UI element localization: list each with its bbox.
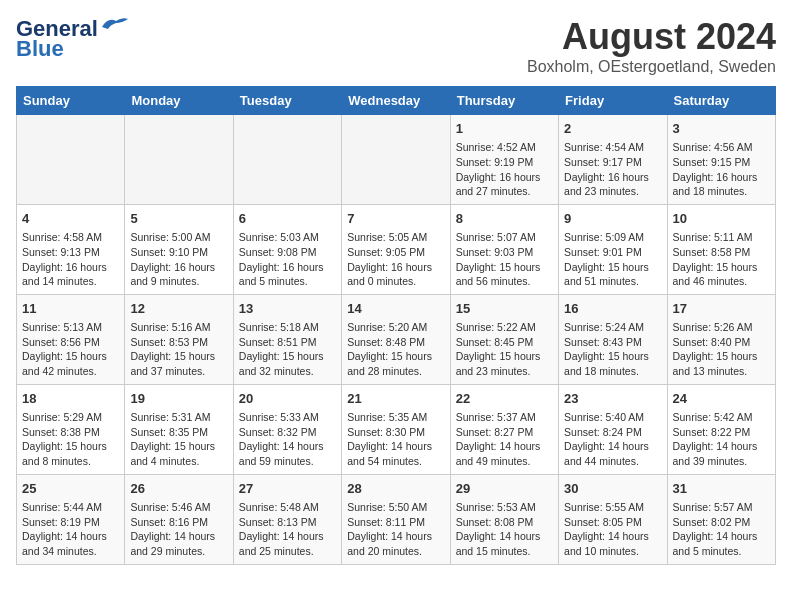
- day-info: Sunset: 8:16 PM: [130, 515, 227, 530]
- day-info: Sunrise: 5:03 AM: [239, 230, 336, 245]
- day-info: Sunset: 8:11 PM: [347, 515, 444, 530]
- calendar-week-row: 18Sunrise: 5:29 AMSunset: 8:38 PMDayligh…: [17, 384, 776, 474]
- header-day: Wednesday: [342, 87, 450, 115]
- day-info: Daylight: 15 hours and 32 minutes.: [239, 349, 336, 378]
- day-number: 17: [673, 300, 770, 318]
- header-day: Saturday: [667, 87, 775, 115]
- day-info: Sunrise: 5:42 AM: [673, 410, 770, 425]
- sub-title: Boxholm, OEstergoetland, Sweden: [527, 58, 776, 76]
- day-number: 25: [22, 480, 119, 498]
- day-info: Sunset: 8:27 PM: [456, 425, 553, 440]
- day-info: Daylight: 16 hours and 9 minutes.: [130, 260, 227, 289]
- day-info: Sunrise: 5:26 AM: [673, 320, 770, 335]
- day-number: 16: [564, 300, 661, 318]
- day-info: Sunrise: 5:05 AM: [347, 230, 444, 245]
- calendar-cell: [17, 115, 125, 205]
- day-number: 14: [347, 300, 444, 318]
- day-info: Sunrise: 4:52 AM: [456, 140, 553, 155]
- day-info: Daylight: 14 hours and 59 minutes.: [239, 439, 336, 468]
- day-info: Sunrise: 5:16 AM: [130, 320, 227, 335]
- day-number: 5: [130, 210, 227, 228]
- calendar-cell: 18Sunrise: 5:29 AMSunset: 8:38 PMDayligh…: [17, 384, 125, 474]
- day-info: Sunset: 8:35 PM: [130, 425, 227, 440]
- calendar-week-row: 11Sunrise: 5:13 AMSunset: 8:56 PMDayligh…: [17, 294, 776, 384]
- day-info: Daylight: 15 hours and 4 minutes.: [130, 439, 227, 468]
- main-title: August 2024: [527, 16, 776, 58]
- day-info: Sunrise: 5:46 AM: [130, 500, 227, 515]
- day-number: 24: [673, 390, 770, 408]
- day-info: Daylight: 14 hours and 29 minutes.: [130, 529, 227, 558]
- day-info: Sunset: 9:19 PM: [456, 155, 553, 170]
- day-info: Daylight: 14 hours and 10 minutes.: [564, 529, 661, 558]
- day-info: Sunset: 9:17 PM: [564, 155, 661, 170]
- day-info: Sunset: 9:03 PM: [456, 245, 553, 260]
- day-info: Daylight: 16 hours and 0 minutes.: [347, 260, 444, 289]
- day-info: Sunrise: 5:55 AM: [564, 500, 661, 515]
- calendar-cell: 3Sunrise: 4:56 AMSunset: 9:15 PMDaylight…: [667, 115, 775, 205]
- day-number: 8: [456, 210, 553, 228]
- calendar-cell: 31Sunrise: 5:57 AMSunset: 8:02 PMDayligh…: [667, 474, 775, 564]
- calendar-cell: 5Sunrise: 5:00 AMSunset: 9:10 PMDaylight…: [125, 204, 233, 294]
- day-info: Sunset: 8:30 PM: [347, 425, 444, 440]
- day-info: Daylight: 15 hours and 8 minutes.: [22, 439, 119, 468]
- calendar-cell: 14Sunrise: 5:20 AMSunset: 8:48 PMDayligh…: [342, 294, 450, 384]
- day-info: Daylight: 16 hours and 23 minutes.: [564, 170, 661, 199]
- day-info: Sunrise: 5:22 AM: [456, 320, 553, 335]
- calendar-cell: 9Sunrise: 5:09 AMSunset: 9:01 PMDaylight…: [559, 204, 667, 294]
- calendar-cell: 26Sunrise: 5:46 AMSunset: 8:16 PMDayligh…: [125, 474, 233, 564]
- day-number: 3: [673, 120, 770, 138]
- day-info: Sunrise: 5:18 AM: [239, 320, 336, 335]
- calendar-cell: 11Sunrise: 5:13 AMSunset: 8:56 PMDayligh…: [17, 294, 125, 384]
- day-info: Daylight: 15 hours and 28 minutes.: [347, 349, 444, 378]
- day-info: Sunset: 8:05 PM: [564, 515, 661, 530]
- day-info: Daylight: 15 hours and 37 minutes.: [130, 349, 227, 378]
- day-info: Sunrise: 5:57 AM: [673, 500, 770, 515]
- day-info: Sunset: 8:32 PM: [239, 425, 336, 440]
- day-info: Sunrise: 5:37 AM: [456, 410, 553, 425]
- day-info: Sunset: 8:40 PM: [673, 335, 770, 350]
- day-info: Daylight: 15 hours and 42 minutes.: [22, 349, 119, 378]
- day-info: Sunrise: 5:48 AM: [239, 500, 336, 515]
- day-info: Daylight: 14 hours and 39 minutes.: [673, 439, 770, 468]
- calendar-week-row: 25Sunrise: 5:44 AMSunset: 8:19 PMDayligh…: [17, 474, 776, 564]
- day-info: Sunrise: 4:56 AM: [673, 140, 770, 155]
- day-info: Sunset: 9:05 PM: [347, 245, 444, 260]
- day-info: Daylight: 16 hours and 18 minutes.: [673, 170, 770, 199]
- day-info: Sunrise: 5:09 AM: [564, 230, 661, 245]
- calendar-cell: 7Sunrise: 5:05 AMSunset: 9:05 PMDaylight…: [342, 204, 450, 294]
- day-info: Sunset: 8:22 PM: [673, 425, 770, 440]
- day-number: 6: [239, 210, 336, 228]
- calendar-cell: 28Sunrise: 5:50 AMSunset: 8:11 PMDayligh…: [342, 474, 450, 564]
- day-info: Sunset: 8:45 PM: [456, 335, 553, 350]
- day-number: 15: [456, 300, 553, 318]
- day-info: Sunrise: 5:44 AM: [22, 500, 119, 515]
- day-info: Sunrise: 5:11 AM: [673, 230, 770, 245]
- calendar-cell: 1Sunrise: 4:52 AMSunset: 9:19 PMDaylight…: [450, 115, 558, 205]
- day-info: Sunrise: 5:29 AM: [22, 410, 119, 425]
- calendar-table: SundayMondayTuesdayWednesdayThursdayFrid…: [16, 86, 776, 565]
- day-info: Sunrise: 4:54 AM: [564, 140, 661, 155]
- day-info: Sunset: 9:15 PM: [673, 155, 770, 170]
- day-number: 31: [673, 480, 770, 498]
- header-day: Sunday: [17, 87, 125, 115]
- day-number: 10: [673, 210, 770, 228]
- day-info: Daylight: 14 hours and 54 minutes.: [347, 439, 444, 468]
- calendar-cell: 29Sunrise: 5:53 AMSunset: 8:08 PMDayligh…: [450, 474, 558, 564]
- calendar-week-row: 1Sunrise: 4:52 AMSunset: 9:19 PMDaylight…: [17, 115, 776, 205]
- day-number: 27: [239, 480, 336, 498]
- day-info: Daylight: 14 hours and 25 minutes.: [239, 529, 336, 558]
- calendar-cell: 6Sunrise: 5:03 AMSunset: 9:08 PMDaylight…: [233, 204, 341, 294]
- calendar-cell: 22Sunrise: 5:37 AMSunset: 8:27 PMDayligh…: [450, 384, 558, 474]
- day-info: Daylight: 14 hours and 34 minutes.: [22, 529, 119, 558]
- calendar-week-row: 4Sunrise: 4:58 AMSunset: 9:13 PMDaylight…: [17, 204, 776, 294]
- day-number: 9: [564, 210, 661, 228]
- calendar-cell: 2Sunrise: 4:54 AMSunset: 9:17 PMDaylight…: [559, 115, 667, 205]
- calendar-cell: 20Sunrise: 5:33 AMSunset: 8:32 PMDayligh…: [233, 384, 341, 474]
- day-info: Daylight: 14 hours and 5 minutes.: [673, 529, 770, 558]
- day-info: Daylight: 15 hours and 13 minutes.: [673, 349, 770, 378]
- day-info: Daylight: 14 hours and 15 minutes.: [456, 529, 553, 558]
- day-info: Sunrise: 5:00 AM: [130, 230, 227, 245]
- day-info: Sunrise: 5:35 AM: [347, 410, 444, 425]
- day-info: Sunset: 8:53 PM: [130, 335, 227, 350]
- title-area: August 2024 Boxholm, OEstergoetland, Swe…: [527, 16, 776, 76]
